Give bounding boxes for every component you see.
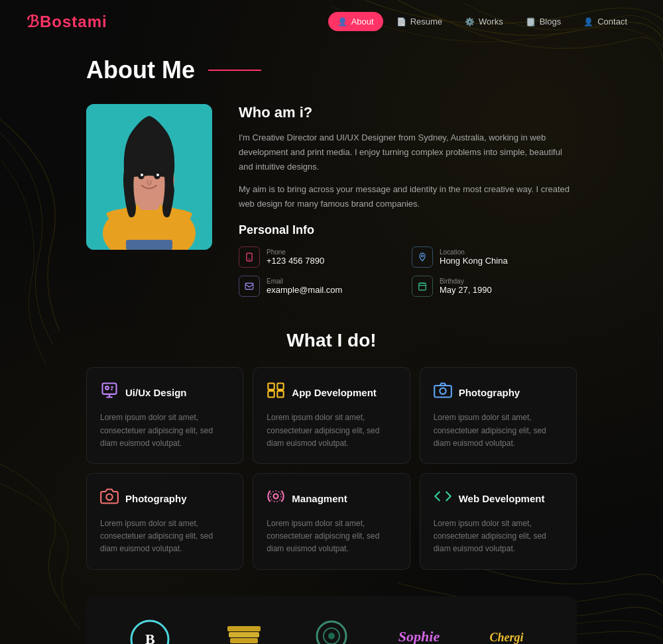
logo[interactable]: ℬBostami <box>27 13 107 31</box>
email-icon <box>239 276 260 297</box>
about-desc-1: I'm Creative Director and UI/UX Designer… <box>239 131 577 174</box>
phone-value: +123 456 7890 <box>267 256 324 266</box>
brands-section: B estaurant PENNYW. TEXTILES DIANA HILL <box>86 596 577 644</box>
location-label: Location <box>440 248 508 256</box>
birthday-value: May 27, 1990 <box>440 285 492 295</box>
what-i-do-title: What I do! <box>86 330 577 351</box>
service-card-mgmt: Managment Lorem ipsum dolor sit amet, co… <box>253 473 410 570</box>
service-card-web: Web Development Lorem ipsum dolor sit am… <box>420 473 577 570</box>
service-card-photo2: Photography Lorem ipsum dolor sit amet, … <box>86 473 243 570</box>
info-location: Location Hong Kong China <box>412 246 577 268</box>
web-desc: Lorem ipsum dolor sit amet, consectetuer… <box>434 517 563 556</box>
info-birthday: Birthday May 27, 1990 <box>412 276 577 297</box>
svg-rect-33 <box>230 638 258 643</box>
photo2-icon <box>100 487 119 510</box>
app-icon <box>267 381 285 403</box>
location-icon <box>412 246 433 268</box>
svg-point-38 <box>328 633 335 639</box>
svg-text:B: B <box>145 631 155 644</box>
svg-rect-13 <box>419 284 426 291</box>
svg-rect-19 <box>269 384 274 390</box>
nav-resume[interactable]: 📄 Resume <box>387 12 452 31</box>
svg-rect-20 <box>278 384 284 390</box>
about-section: Who am i? I'm Creative Director and UI/U… <box>86 104 577 297</box>
nav-blogs-label: Blogs <box>540 17 562 27</box>
nav-blogs-icon: 🗒️ <box>526 17 536 27</box>
phone-info: Phone +123 456 7890 <box>267 248 324 266</box>
logo-text: Bostami <box>40 13 107 30</box>
profile-photo <box>86 104 212 250</box>
photo2-name: Photography <box>125 493 187 504</box>
service-header-web: Web Development <box>434 487 563 510</box>
nav-links: 👤 About 📄 Resume ⚙️ Works 🗒️ Blogs 👤 Con… <box>328 12 636 31</box>
birthday-info: Birthday May 27, 1990 <box>440 278 492 295</box>
info-email: Email example@mail.com <box>239 276 404 297</box>
services-grid: Ui/Ux Design Lorem ipsum dolor sit amet,… <box>86 367 577 569</box>
logo-icon: ℬ <box>27 13 40 30</box>
navbar: ℬBostami 👤 About 📄 Resume ⚙️ Works 🗒️ Bl… <box>0 0 663 43</box>
email-label: Email <box>267 278 342 285</box>
brand-logo-5: Chergi co. <box>477 616 536 644</box>
phone-icon <box>239 246 260 268</box>
nav-blogs[interactable]: 🗒️ Blogs <box>516 12 571 31</box>
svg-point-25 <box>106 494 112 500</box>
service-header-photo2: Photography <box>100 487 229 510</box>
svg-point-18 <box>105 387 109 390</box>
birthday-icon <box>412 276 433 297</box>
email-info: Email example@mail.com <box>267 278 342 295</box>
svg-rect-21 <box>269 392 274 398</box>
nav-works-icon: ⚙️ <box>465 17 475 27</box>
birthday-label: Birthday <box>440 278 492 285</box>
service-header-photo1: Photography <box>434 381 563 403</box>
svg-rect-17 <box>103 384 117 394</box>
uiux-name: Ui/Ux Design <box>125 387 187 398</box>
nav-works[interactable]: ⚙️ Works <box>455 12 512 31</box>
svg-point-7 <box>156 174 159 176</box>
location-info: Location Hong Kong China <box>440 248 508 266</box>
svg-text:Chergi: Chergi <box>489 631 523 644</box>
brand-logo-2: PENNYW. TEXTILES <box>214 616 274 644</box>
info-phone: Phone +123 456 7890 <box>239 246 404 268</box>
phone-label: Phone <box>267 248 324 256</box>
nav-resume-label: Resume <box>410 17 442 27</box>
what-i-do-section: What I do! Ui/Ux Design Lorem ipsum <box>86 330 577 569</box>
mgmt-desc: Lorem ipsum dolor sit amet, consectetuer… <box>267 517 396 556</box>
svg-point-26 <box>274 494 278 499</box>
email-value: example@mail.com <box>267 285 342 295</box>
about-desc-2: My aim is to bring across your message a… <box>239 182 577 211</box>
web-icon <box>434 487 452 510</box>
nav-contact[interactable]: 👤 Contact <box>574 12 636 31</box>
svg-rect-9 <box>247 254 252 262</box>
nav-works-label: Works <box>479 17 503 27</box>
nav-about-label: About <box>351 17 374 27</box>
photo2-desc: Lorem ipsum dolor sit amet, consectetuer… <box>100 517 229 556</box>
service-header-app: App Development <box>267 381 396 403</box>
nav-contact-label: Contact <box>597 17 627 27</box>
svg-point-6 <box>141 174 143 176</box>
brand-logo-4: Sophie beauty shop <box>389 616 449 644</box>
who-am-i-title: Who am i? <box>239 104 577 121</box>
about-section-title: About Me <box>86 56 577 84</box>
mgmt-name: Managment <box>292 493 347 504</box>
svg-rect-8 <box>126 240 172 250</box>
service-card-uiux: Ui/Ux Design Lorem ipsum dolor sit amet,… <box>86 367 243 464</box>
main-content: About Me <box>0 43 663 644</box>
service-card-app: App Development Lorem ipsum dolor sit am… <box>253 367 410 464</box>
photo1-icon <box>434 381 452 403</box>
photo1-desc: Lorem ipsum dolor sit amet, consectetuer… <box>434 411 563 450</box>
about-title-text: About Me <box>86 56 195 84</box>
svg-rect-12 <box>245 284 253 290</box>
brand-logo-3: DIANA HILL PHOTOGRAPHY <box>302 616 361 644</box>
mgmt-icon <box>267 487 285 510</box>
nav-contact-icon: 👤 <box>583 17 593 27</box>
nav-about-icon: 👤 <box>337 17 347 27</box>
svg-rect-31 <box>227 626 261 631</box>
app-desc: Lorem ipsum dolor sit amet, consectetuer… <box>267 411 396 450</box>
nav-about[interactable]: 👤 About <box>328 12 383 31</box>
svg-text:Sophie: Sophie <box>398 628 440 644</box>
service-header-uiux: Ui/Ux Design <box>100 381 229 403</box>
service-header-mgmt: Managment <box>267 487 396 510</box>
personal-info-title: Personal Info <box>239 223 577 237</box>
photo1-name: Photography <box>459 387 520 398</box>
service-card-photo1: Photography Lorem ipsum dolor sit amet, … <box>420 367 577 464</box>
